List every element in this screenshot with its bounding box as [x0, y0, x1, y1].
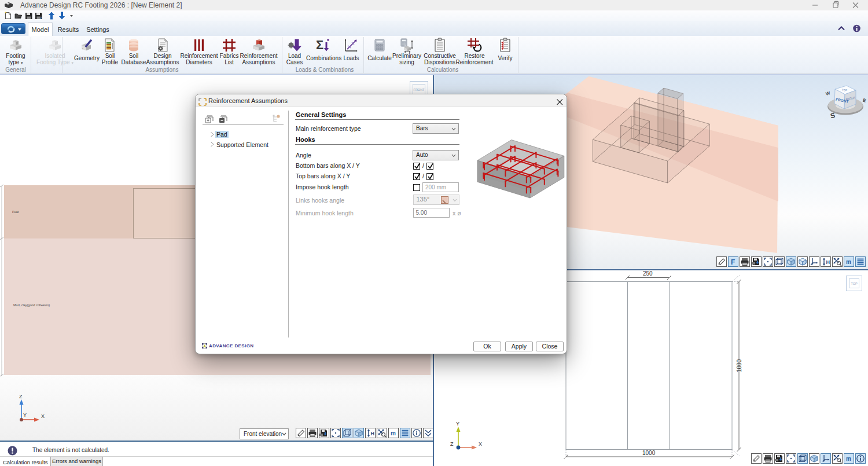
svg-text:X: X [479, 441, 482, 447]
svg-text:Y: Y [23, 412, 27, 418]
svg-text:Σ: Σ [316, 38, 323, 52]
svg-text:m: m [391, 430, 396, 436]
svg-text:E: E [862, 98, 867, 104]
svg-text:Y: Y [456, 421, 459, 427]
svg-text:H: H [371, 431, 375, 436]
svg-text:Z: Z [450, 441, 454, 447]
svg-text:m: m [846, 259, 851, 265]
svg-text:Z: Z [19, 394, 23, 399]
svg-text:TOP: TOP [842, 89, 848, 92]
svg-text:X: X [41, 413, 45, 419]
svg-text:1000: 1000 [642, 450, 656, 456]
svg-text:1000: 1000 [736, 359, 742, 372]
svg-text:F: F [731, 258, 735, 266]
svg-text:m: m [846, 456, 851, 462]
svg-text:W: W [825, 90, 831, 97]
svg-text:250: 250 [643, 270, 653, 277]
svg-text:H: H [826, 259, 830, 265]
